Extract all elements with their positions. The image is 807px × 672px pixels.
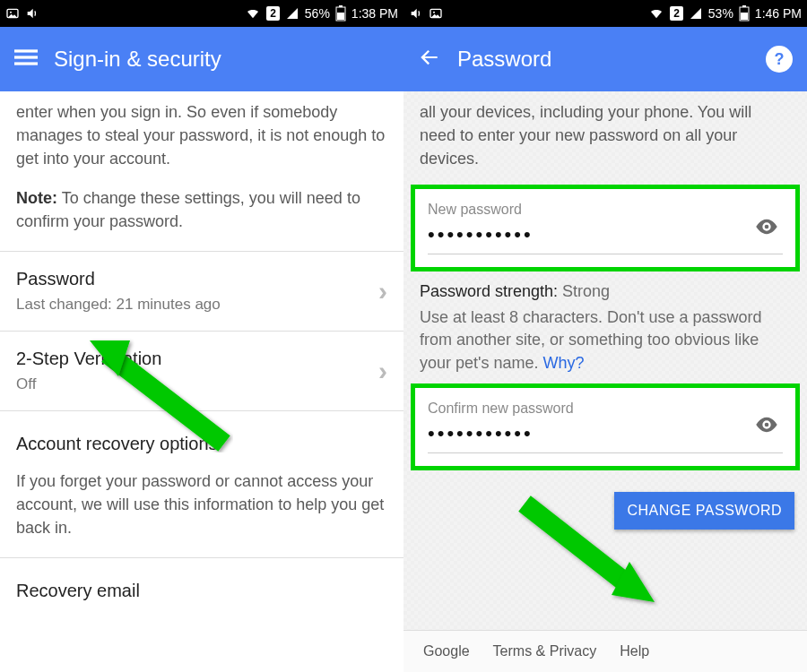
left-screenshot: 2 56% 1:38 PM Sign-in & security enter w… xyxy=(0,0,404,672)
confirm-password-field[interactable]: Confirm new password ••••••••••• xyxy=(411,383,800,470)
svg-rect-6 xyxy=(14,56,38,58)
field-label: Confirm new password xyxy=(428,401,783,417)
volume-icon xyxy=(25,6,39,21)
footer-help[interactable]: Help xyxy=(620,643,649,659)
svg-rect-3 xyxy=(339,5,343,7)
intro-text: enter when you sign in. So even if someb… xyxy=(16,100,387,170)
row-subtitle: Off xyxy=(16,374,387,396)
image-icon xyxy=(429,6,443,21)
wifi-icon xyxy=(648,6,664,21)
why-link[interactable]: Why? xyxy=(543,354,585,372)
svg-point-1 xyxy=(10,12,12,13)
page-title: Password xyxy=(457,47,551,72)
svg-rect-4 xyxy=(337,13,344,20)
chevron-right-icon: › xyxy=(378,351,387,391)
recovery-email-row[interactable]: Recovery email xyxy=(16,578,387,604)
signal-icon xyxy=(285,6,299,21)
row-subtitle: Last changed: 21 minutes ago xyxy=(16,294,387,316)
section-title: Account recovery options xyxy=(16,431,387,457)
svg-rect-5 xyxy=(14,49,38,52)
row-title: Password xyxy=(16,266,387,292)
eye-icon[interactable] xyxy=(754,412,779,441)
footer: Google Terms & Privacy Help xyxy=(404,630,807,672)
right-screenshot: 2 53% 1:46 PM Password ? all your device… xyxy=(404,0,807,672)
note-text: Note: To change these settings, you will… xyxy=(16,186,387,233)
svg-point-14 xyxy=(765,423,769,427)
two-step-row[interactable]: 2-Step Verification Off › xyxy=(16,332,387,410)
sim-indicator: 2 xyxy=(266,6,280,21)
back-icon[interactable] xyxy=(418,46,441,73)
svg-rect-11 xyxy=(742,5,746,7)
battery-icon xyxy=(335,5,346,22)
svg-rect-12 xyxy=(741,13,748,20)
battery-icon xyxy=(739,5,750,22)
app-bar: Sign-in & security xyxy=(0,27,404,91)
image-icon xyxy=(5,6,20,21)
intro-text: all your devices, including your phone. … xyxy=(404,91,807,185)
row-title: 2-Step Verification xyxy=(16,346,387,372)
chevron-right-icon: › xyxy=(378,272,387,312)
status-bar: 2 53% 1:46 PM xyxy=(404,0,807,27)
battery-text: 56% xyxy=(305,6,330,21)
signal-icon xyxy=(689,6,703,21)
eye-icon[interactable] xyxy=(754,214,779,243)
change-password-button[interactable]: CHANGE PASSWORD xyxy=(614,492,794,530)
svg-point-13 xyxy=(765,224,769,228)
volume-icon xyxy=(409,6,423,21)
field-value: ••••••••••• xyxy=(428,422,783,453)
sim-indicator: 2 xyxy=(670,6,683,21)
password-hint: Use at least 8 characters. Don't use a p… xyxy=(420,306,791,375)
section-desc: If you forget your password or cannot ac… xyxy=(16,470,387,539)
field-label: New password xyxy=(428,202,783,218)
menu-icon[interactable] xyxy=(14,46,38,73)
page-title: Sign-in & security xyxy=(54,47,221,72)
clock-text: 1:38 PM xyxy=(351,6,398,21)
svg-rect-7 xyxy=(14,62,38,65)
wifi-icon xyxy=(245,6,261,21)
password-row[interactable]: Password Last changed: 21 minutes ago › xyxy=(16,252,387,331)
svg-point-9 xyxy=(433,12,435,13)
battery-text: 53% xyxy=(708,6,733,21)
field-value: ••••••••••• xyxy=(428,223,783,254)
password-strength: Password strength: Strong xyxy=(420,282,791,301)
new-password-field[interactable]: New password ••••••••••• xyxy=(411,185,800,271)
status-bar: 2 56% 1:38 PM xyxy=(0,0,404,27)
clock-text: 1:46 PM xyxy=(755,6,802,21)
app-bar: Password ? xyxy=(404,27,807,91)
footer-google[interactable]: Google xyxy=(423,643,470,659)
footer-terms[interactable]: Terms & Privacy xyxy=(493,643,597,659)
help-icon[interactable]: ? xyxy=(766,46,793,73)
